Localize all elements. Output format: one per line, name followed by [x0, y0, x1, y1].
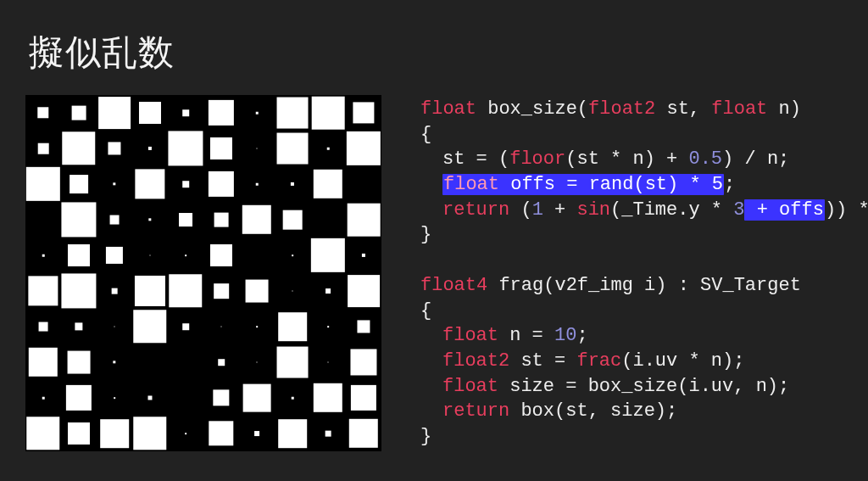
grid-box: [148, 218, 151, 221]
grid-cell: [132, 131, 168, 166]
grid-box: [326, 431, 331, 437]
grid-cell: [25, 273, 61, 309]
grid-box: [210, 244, 232, 266]
grid-cell: [203, 131, 239, 166]
grid-box: [349, 419, 378, 448]
grid-box: [135, 169, 164, 199]
grid-cell: [25, 416, 61, 451]
code-line: return box(st, size);: [420, 399, 868, 424]
grid-cell: [168, 238, 203, 273]
grid-cell: [132, 380, 168, 416]
code-line: float2 st = frac(i.uv * n);: [420, 349, 868, 374]
grid-cell: [275, 309, 310, 344]
grid-box: [292, 291, 293, 292]
grid-box: [72, 106, 86, 120]
grid-cell: [132, 273, 168, 309]
grid-box: [327, 326, 329, 327]
grid-box: [256, 183, 259, 186]
grid-cell: [310, 238, 346, 273]
grid-box: [327, 148, 330, 150]
grid-cell: [239, 202, 275, 238]
grid-box: [37, 107, 48, 118]
grid-box: [29, 348, 58, 377]
grid-box: [169, 274, 202, 307]
grid-cell: [168, 309, 203, 344]
grid-cell: [239, 95, 275, 131]
grid-cell: [25, 309, 61, 344]
grid-box: [243, 384, 271, 412]
grid-box: [26, 167, 60, 201]
grid-cell: [203, 166, 239, 202]
grid-cell: [61, 131, 97, 166]
slide: 擬似乱数 float box_size(float2 st, float n) …: [0, 0, 868, 481]
grid-cell: [25, 238, 61, 273]
grid-box: [326, 288, 331, 294]
grid-box: [108, 142, 120, 154]
code-line: float4 frag(v2f_img i) : SV_Target: [420, 273, 868, 299]
code-line: float n = 10;: [420, 323, 868, 349]
grid-box: [209, 421, 233, 445]
grid-cell: [203, 416, 239, 451]
grid-box: [113, 361, 115, 363]
grid-box: [133, 417, 166, 450]
grid-cell: [61, 95, 97, 131]
grid-box: [348, 275, 380, 307]
grid-box: [283, 210, 303, 230]
grid-cell: [275, 273, 310, 309]
grid-box: [351, 385, 376, 411]
grid-box: [179, 213, 192, 227]
grid-cell: [168, 166, 203, 202]
grid-box: [185, 433, 186, 434]
grid-cell: [310, 273, 346, 309]
grid-box: [218, 359, 225, 366]
grid-cell: [310, 380, 346, 416]
grid-cell: [346, 309, 381, 344]
grid-cell: [97, 344, 132, 380]
grid-cell: [239, 309, 275, 344]
grid-box: [75, 322, 82, 330]
grid-box: [221, 327, 222, 327]
grid-cell: [97, 238, 132, 273]
grid-cell: [97, 273, 132, 309]
grid-cell: [97, 380, 132, 416]
grid-cell: [310, 309, 346, 344]
grid-box: [100, 419, 129, 448]
grid-cell: [203, 309, 239, 344]
grid-cell: [168, 416, 203, 451]
grid-box: [328, 362, 329, 363]
grid-cell: [310, 344, 346, 380]
grid-box: [70, 175, 88, 193]
grid-cell: [239, 416, 275, 451]
grid-box: [39, 322, 48, 332]
grid-box: [150, 255, 151, 256]
grid-cell: [239, 131, 275, 166]
grid-cell: [25, 131, 61, 166]
grid-cell: [61, 238, 97, 273]
grid-cell: [346, 344, 381, 380]
code-line: float box_size(float2 st, float n): [420, 97, 868, 122]
grid-box: [139, 102, 161, 124]
grid-cell: [275, 344, 310, 380]
grid-box: [68, 244, 90, 266]
grid-cell: [275, 131, 310, 166]
grid-box: [242, 205, 271, 234]
grid-box: [61, 202, 96, 237]
grid-cell: [132, 202, 168, 238]
grid-cell: [239, 166, 275, 202]
grid-cell: [239, 380, 275, 416]
grid-box: [42, 254, 45, 257]
grid-cell: [203, 380, 239, 416]
grid-box: [311, 238, 345, 272]
grid-cell: [61, 416, 97, 451]
grid-box: [291, 182, 294, 186]
grid-cell: [132, 344, 168, 380]
grid-box: [182, 181, 189, 187]
grid-cell: [346, 380, 381, 416]
grid-cell: [346, 131, 381, 166]
grid-box: [98, 97, 131, 129]
grid-box: [182, 323, 189, 330]
grid-box: [42, 397, 45, 400]
grid-box: [277, 347, 309, 378]
grid-cell: [310, 95, 346, 131]
grid-cell: [25, 202, 61, 238]
